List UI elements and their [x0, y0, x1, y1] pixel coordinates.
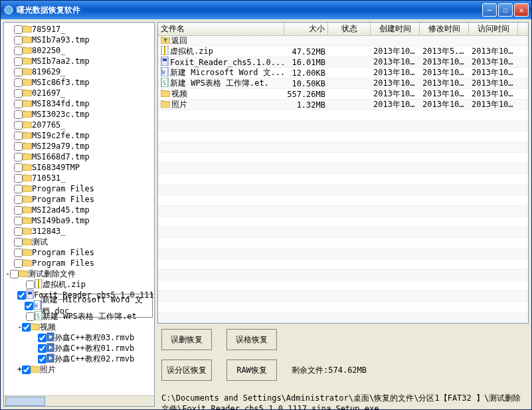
tree-item[interactable]: MSIc86f3.tmp [5, 77, 153, 88]
expand-toggle[interactable]: - [17, 322, 22, 332]
tree-checkbox[interactable] [14, 217, 23, 225]
tree-item[interactable]: MSI29a79.tmp [5, 141, 153, 152]
tree-item[interactable]: -视频 [5, 322, 153, 332]
tree-checkbox[interactable] [14, 259, 23, 268]
tree-label[interactable]: MSI49ba9.tmp [32, 216, 90, 225]
tree-checkbox[interactable] [26, 312, 35, 321]
tree-label[interactable]: MSI9c2fe.tmp [32, 131, 90, 140]
tree-checkbox[interactable] [14, 36, 23, 45]
tree-item[interactable]: MSI2ad45.tmp [5, 205, 153, 215]
tree-label[interactable]: Program Files [32, 184, 94, 193]
tree-item[interactable]: SI68349TMP [5, 162, 153, 173]
col-atime[interactable]: 访问时间 [469, 23, 518, 35]
tree-label[interactable]: MSIc86f3.tmp [32, 78, 90, 87]
expand-toggle[interactable]: + [17, 365, 22, 374]
tree-item[interactable]: MSI49ba9.tmp [5, 215, 153, 226]
tree-label[interactable]: 785917_ [32, 25, 66, 34]
tree-item[interactable]: Program Files [5, 258, 153, 268]
tree-item[interactable]: MSIb7aa2.tmp [5, 56, 153, 66]
fmt-recover-button[interactable]: 误格恢复 [226, 329, 277, 350]
tree-checkbox[interactable] [14, 249, 23, 257]
col-status[interactable]: 状态 [328, 23, 371, 35]
part-recover-button[interactable]: 误分区恢复 [161, 359, 212, 381]
titlebar[interactable]: 曙光数据恢复软件 ─ ☐ ✕ [1, 1, 531, 19]
tree-item[interactable]: 312843_ [5, 226, 153, 237]
tree-checkbox[interactable] [14, 89, 23, 98]
list-row[interactable]: S新建 WPS表格 工作簿.et.10.50KB2013年10...2013年1… [158, 78, 528, 89]
tree-checkbox[interactable] [14, 174, 23, 183]
close-button[interactable]: ✕ [514, 3, 529, 17]
tree-item[interactable]: Program Files [5, 194, 153, 205]
tree-label[interactable]: MSIb7a93.tmp [32, 35, 90, 45]
tree-label[interactable]: 测试 [32, 237, 48, 248]
col-size[interactable]: 大小 [284, 23, 328, 35]
tree-item[interactable]: +照片 [5, 364, 153, 375]
tree-checkbox[interactable] [17, 291, 26, 300]
tree-checkbox[interactable] [14, 142, 23, 151]
tree-checkbox[interactable] [14, 78, 23, 87]
tree-checkbox[interactable] [22, 323, 31, 332]
tree-label[interactable]: MSI2ad45.tmp [32, 205, 90, 215]
list-back-row[interactable]: 返回 [158, 36, 528, 47]
tree-hscroll[interactable] [4, 395, 154, 406]
tree-label[interactable]: 照片 [40, 364, 56, 375]
tree-checkbox[interactable] [14, 68, 23, 76]
list-rows[interactable]: 返回虚拟机.zip47.52MB2013年10...2013年5...2013年… [158, 36, 528, 323]
tree-item[interactable]: 021697_ [5, 88, 153, 98]
tree-checkbox[interactable] [14, 57, 23, 66]
tree-label[interactable]: 710531_ [32, 173, 66, 183]
raw-recover-button[interactable]: RAW恢复 [226, 359, 277, 381]
tree-label[interactable]: MSI29a79.tmp [32, 142, 90, 151]
list-row[interactable]: 视频557.26MB2013年10...2013年10...2013年10... [158, 89, 528, 100]
tree-checkbox[interactable] [14, 185, 23, 193]
tree-label[interactable]: MSI3023c.tmp [32, 110, 90, 119]
tree-label[interactable]: MSIb7aa2.tmp [32, 56, 90, 66]
expand-toggle[interactable]: - [5, 269, 10, 278]
tree-item[interactable]: Program Files [5, 247, 153, 258]
tree-checkbox[interactable] [22, 365, 31, 374]
tree-label[interactable]: 视频 [40, 322, 56, 333]
tree-item[interactable]: 孙鑫C++教程02.rmvb [5, 354, 153, 364]
tree-checkbox[interactable] [38, 355, 46, 363]
tree-label[interactable]: 虚拟机.zip [43, 279, 86, 290]
list-row[interactable]: Foxit_Reader_chs5.1.0...16.01MB2013年10..… [158, 57, 528, 68]
tree-label[interactable]: 孙鑫C++教程02.rmvb [54, 354, 134, 365]
tree-item[interactable]: MSI3023c.tmp [5, 109, 153, 120]
tree-item[interactable]: Program Files [5, 183, 153, 194]
tree-item[interactable]: 207765_ [5, 120, 153, 130]
tree-item[interactable]: 710531_ [5, 173, 153, 183]
tree-label[interactable]: Program Files [32, 258, 94, 268]
tree-checkbox[interactable] [14, 238, 23, 247]
tree-checkbox[interactable] [14, 25, 23, 34]
tree-label[interactable]: MSI668d7.tmp [32, 152, 90, 161]
tree-item[interactable]: MSI834fd.tmp [5, 98, 153, 109]
tree-label[interactable]: 新建 WPS表格 工作簿.et [43, 311, 137, 322]
tree-label[interactable]: 021697_ [32, 88, 66, 98]
tree-checkbox[interactable] [14, 227, 23, 236]
tree-label[interactable]: 312843_ [32, 227, 66, 236]
tree-checkbox[interactable] [14, 153, 23, 161]
tree-item[interactable]: 虚拟机.zip [5, 279, 153, 290]
tree-checkbox[interactable] [38, 344, 46, 353]
tree-item[interactable]: 测试 [5, 237, 153, 247]
tree-item[interactable]: 孙鑫C++教程03.rmvb [5, 332, 153, 343]
tree-item[interactable]: 785917_ [5, 24, 153, 35]
list-header[interactable]: 文件名 大小 状态 创建时间 修改时间 访问时间 [158, 23, 528, 36]
tree-checkbox[interactable] [14, 121, 23, 130]
tree-checkbox[interactable] [14, 100, 23, 108]
col-mtime[interactable]: 修改时间 [420, 23, 469, 35]
col-name[interactable]: 文件名 [158, 23, 284, 35]
tree-checkbox[interactable] [38, 334, 46, 342]
tree-item[interactable]: MSIb7a93.tmp [5, 35, 153, 45]
tree-item[interactable]: MSI9c2fe.tmp [5, 130, 153, 141]
tree-item[interactable]: MSI668d7.tmp [5, 152, 153, 162]
list-row[interactable]: 照片1.32MB2013年10...2013年10...2013年10... [158, 100, 528, 110]
tree-checkbox[interactable] [14, 132, 23, 140]
tree-view[interactable]: 785917_MSIb7a93.tmp802250_MSIb7aa2.tmp81… [4, 23, 154, 395]
maximize-button[interactable]: ☐ [498, 3, 513, 17]
list-row[interactable]: 虚拟机.zip47.52MB2013年10...2013年5...2013年10… [158, 47, 528, 57]
tree-checkbox[interactable] [14, 206, 23, 215]
col-ctime[interactable]: 创建时间 [371, 23, 420, 35]
tree-label[interactable]: MSI834fd.tmp [32, 99, 90, 108]
tree-item[interactable]: 802250_ [5, 45, 153, 56]
